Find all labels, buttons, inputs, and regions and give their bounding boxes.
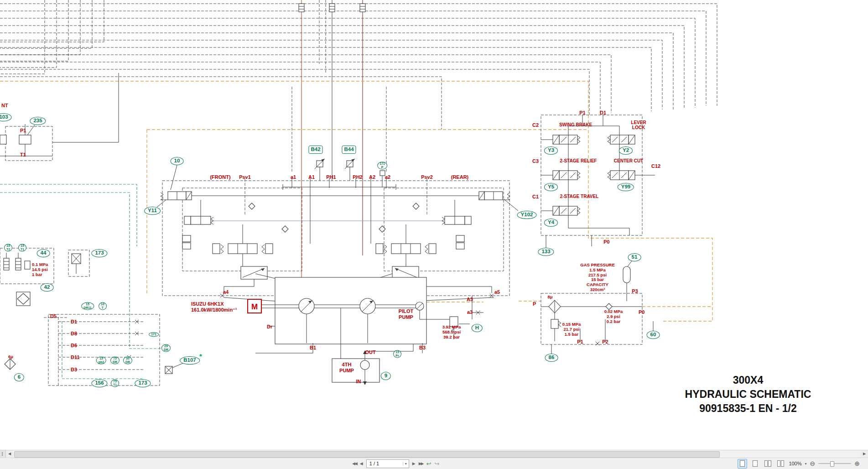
pressure-sensors: [315, 159, 385, 187]
accumulator: [623, 261, 632, 301]
viewer-statusbar: ◀◀ ◀ ▾ ▶ ▶▶ ↩ ↪ 100% ▾ ⊖ ⊕: [0, 458, 868, 469]
continuous-facing-view-button[interactable]: [776, 459, 785, 469]
scroll-right-button[interactable]: ▶: [861, 450, 868, 458]
document-canvas[interactable]: M: [0, 0, 868, 450]
main-pressure-lines: [299, 0, 365, 326]
zoom-value[interactable]: 100%: [789, 461, 801, 466]
single-page-view-button[interactable]: [738, 459, 747, 469]
previous-page-button[interactable]: ◀: [360, 461, 363, 466]
pilot-filter-block: [541, 293, 653, 354]
horizontal-scrollbar[interactable]: ◀ ▶: [0, 450, 868, 458]
first-page-button[interactable]: ◀◀: [352, 461, 357, 466]
next-page-button[interactable]: ▶: [412, 461, 416, 466]
pane-splitter[interactable]: [0, 450, 6, 458]
zoom-controls: 100% ▾ ⊖ ⊕: [738, 459, 860, 468]
continuous-view-button[interactable]: [750, 459, 760, 469]
zoom-out-button[interactable]: ⊖: [810, 460, 816, 467]
left-components: [0, 73, 184, 374]
shuttle-valves: [249, 203, 419, 232]
zoom-dropdown-icon[interactable]: ▾: [805, 462, 807, 466]
page-navigation: ◀◀ ◀ ▾ ▶ ▶▶ ↩ ↪: [352, 459, 439, 468]
scroll-left-button[interactable]: ◀: [6, 450, 13, 458]
zoom-slider-thumb[interactable]: [830, 461, 834, 467]
scrollbar-thumb[interactable]: [14, 451, 720, 458]
motor-symbol: M: [251, 302, 258, 311]
zoom-slider[interactable]: [818, 460, 851, 467]
top-line-bundle: [0, 0, 717, 172]
page-number-box: ▾: [366, 459, 409, 468]
lower-left-manifold: [44, 314, 160, 386]
schematic-title: HYDRAULIC SCHEMATIC: [666, 387, 830, 401]
title-block: 300X4 HYDRAULIC SCHEMATIC 90915835-1 EN …: [666, 373, 830, 416]
page-number-input[interactable]: [367, 461, 403, 466]
last-page-button[interactable]: ▶▶: [419, 461, 423, 466]
document-number: 90915835-1 EN - 1/2: [666, 401, 830, 416]
engine-and-pumps: M: [248, 277, 483, 385]
zoom-in-button[interactable]: ⊕: [854, 460, 860, 467]
pdf-viewer-window: M: [0, 0, 868, 469]
solenoid-valve-block: [541, 115, 655, 248]
previous-view-button[interactable]: ↩: [426, 460, 431, 467]
facing-view-button[interactable]: [763, 459, 773, 469]
green-drain-lines: [0, 184, 161, 379]
model-number: 300X4: [666, 373, 830, 387]
next-view-button[interactable]: ↪: [434, 460, 439, 467]
page-dropdown-icon[interactable]: ▾: [403, 462, 409, 466]
